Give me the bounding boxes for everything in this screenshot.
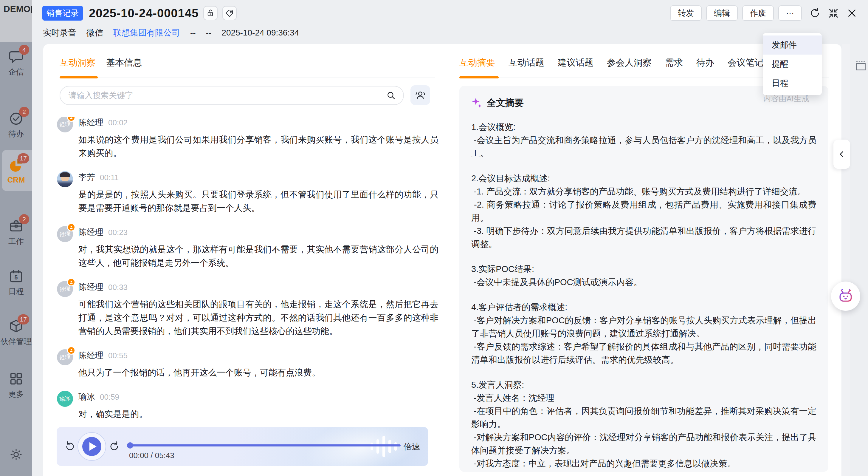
avatar: 经理 (57, 117, 73, 132)
svg-text:5: 5 (14, 274, 18, 281)
message-text: 可能我们这个营销的这些相关团队的跟项目有关的，他走报销，走这个系统是，然后把它再… (79, 298, 438, 338)
summary-line: 4.客户评估者的需求概述: (471, 301, 816, 314)
summary-line (471, 366, 816, 378)
collapse-button[interactable] (828, 8, 839, 19)
speaker-filter-button[interactable] (410, 85, 430, 105)
void-button[interactable]: 作废 (742, 5, 774, 21)
sidebar-item-schedule[interactable]: 5 日程 (0, 268, 32, 297)
refresh-button[interactable] (810, 8, 820, 19)
avatar: 瑜冰 (57, 391, 73, 407)
chat-bubble-icon: 4 (8, 49, 24, 64)
insight-tab[interactable]: 待办 (696, 57, 714, 69)
summary-line: -对我方态度：中立，表现出对产品的兴趣但需要更多信息以做决策。 (471, 457, 816, 470)
summary-title: 全文摘要 (487, 97, 524, 109)
company-link[interactable]: 联想集团有限公司 (113, 27, 180, 38)
playback-speed-button[interactable]: 倍速 (404, 441, 420, 452)
close-button[interactable] (846, 8, 857, 19)
grid-icon (8, 371, 24, 387)
tab-interaction-insight[interactable]: 互动洞察 (60, 57, 95, 69)
settings-gear-button[interactable] (0, 448, 32, 462)
badge: 17 (18, 153, 29, 163)
message-timestamp[interactable]: 00:59 (100, 392, 119, 402)
message-timestamp[interactable]: 00:02 (108, 118, 128, 127)
unlock-button[interactable] (203, 6, 218, 20)
speaker-name: 李芳 (79, 172, 95, 183)
detail-header: 销售记录 2025-10-24-000145 转发 编辑 作废 ··· (42, 5, 857, 22)
search-input[interactable]: 请输入搜索关键字 (60, 86, 404, 105)
ai-assistant-button[interactable] (831, 281, 860, 311)
sidebar-item-partner[interactable]: 17 伙伴管理 (0, 319, 32, 347)
insight-tab[interactable]: 互动摘要 (459, 57, 495, 69)
insight-tabs: 互动摘要互动话题建议话题参会人洞察需求待办会议笔记业务情报 (459, 57, 812, 69)
message-text: 是的是是的，按照人头来购买。只要我们登录系统，但不管我们使用了里面什么样的功能，… (79, 188, 438, 215)
active-tab-underline (459, 76, 499, 79)
audio-player: 00:00 / 05:43 倍速 (57, 427, 428, 466)
summary-line: -3. 明确下步待办：双方同意后续由我方提供功能清单和出版报价，客户方将根据需求… (471, 224, 816, 250)
forward-icon[interactable] (108, 441, 120, 452)
message-timestamp[interactable]: 00:55 (108, 351, 128, 360)
ai-generated-watermark: 内容由AI生成 (763, 94, 809, 104)
message-timestamp[interactable]: 00:23 (108, 228, 128, 237)
search-placeholder: 请输入搜索关键字 (68, 90, 386, 101)
avatar (57, 171, 73, 187)
tab-basic-info[interactable]: 基本信息 (106, 57, 142, 69)
message-timestamp[interactable]: 00:33 (108, 283, 128, 292)
insight-tab[interactable]: 参会人洞察 (607, 57, 652, 69)
summary-line: -会议中未提及具体的POC测试或演示内容。 (471, 275, 816, 289)
speaker-name: 陈经理 (79, 117, 103, 128)
insight-tab[interactable]: 需求 (665, 57, 683, 69)
more-actions-dropdown: 发邮件提醒日程 (763, 33, 822, 95)
replay-icon[interactable] (64, 441, 76, 452)
message-text: 如果说的这个费用是我们公司如果用我们分享销客，我们来购买账号，我们这个账号是按人… (79, 133, 438, 160)
message-text: 对，确实是是的。 (79, 408, 438, 421)
speaker-name: 瑜冰 (79, 391, 95, 403)
record-datetime: 2025-10-24 09:36:34 (221, 28, 299, 37)
sidebar-item-more[interactable]: 更多 (0, 371, 32, 399)
meta-dash-2: -- (206, 28, 212, 37)
summary-line: -客户对解决方案和POC的反馈：客户对分享销客的账号按人头购买方式表示理解，但提… (471, 314, 816, 340)
summary-line (471, 250, 816, 263)
sidebar-item-label: 伙伴管理 (1, 336, 32, 347)
speaker-name: 陈经理 (79, 350, 103, 361)
progress-thumb[interactable] (127, 442, 133, 449)
transcript-message: 经理陈经理00:02如果说的这个费用是我们公司如果用我们分享销客，我们来购买账号… (57, 117, 438, 160)
dropdown-item-提醒[interactable]: 提醒 (763, 55, 822, 74)
speaker-name: 陈经理 (79, 227, 103, 238)
sidebar-item-label: 待办 (8, 129, 24, 139)
transcript-message: 李芳00:11是的是是的，按照人头来购买。只要我们登录系统，但不管我们使用了里面… (57, 172, 438, 215)
briefcase-icon: 2 (8, 218, 24, 234)
dropdown-item-日程[interactable]: 日程 (763, 74, 822, 93)
progress-bar[interactable] (129, 444, 401, 446)
sidebar-item-qixin[interactable]: 4 企信 (0, 49, 32, 77)
sidebar-item-work[interactable]: 2 工作 (0, 218, 32, 247)
forward-button[interactable]: 转发 (670, 5, 702, 21)
summary-line: -发言人姓名：沈经理 (471, 391, 816, 405)
more-actions-button[interactable]: ··· (778, 5, 802, 21)
insight-tab[interactable]: 互动话题 (508, 57, 544, 69)
tag-button[interactable] (222, 6, 237, 20)
sidebar-item-todo[interactable]: 2 待办 (0, 111, 32, 139)
summary-line: -发言人姓名：高工 (471, 470, 816, 472)
edit-button[interactable]: 编辑 (706, 5, 738, 21)
sidebar-item-label: CRM (7, 175, 25, 185)
dropdown-item-发邮件[interactable]: 发邮件 (763, 35, 822, 55)
insight-tab[interactable]: 会议笔记 (727, 57, 764, 69)
robot-icon (837, 288, 854, 305)
search-icon[interactable] (386, 90, 396, 100)
calendar-icon: 5 (8, 268, 24, 284)
content-card: 互动洞察 基本信息 请输入搜索关键字 经理陈经理00:02如果说的这个费用是我们… (43, 44, 841, 476)
transcript-message-list[interactable]: 经理陈经理00:02如果说的这个费用是我们公司如果用我们分享销客，我们来购买账号… (57, 117, 438, 426)
insight-tab[interactable]: 建议话题 (558, 57, 593, 69)
sidebar-item-crm[interactable]: 17 CRM (0, 157, 32, 185)
expand-panel-handle[interactable] (833, 140, 850, 169)
play-button[interactable] (78, 432, 106, 461)
panel-window-icon[interactable] (855, 60, 867, 71)
speaker-name: 陈经理 (79, 281, 103, 293)
background-app-title: DEMO内 (4, 3, 32, 15)
collapse-icon (828, 8, 839, 19)
people-icon (414, 89, 426, 101)
insight-panel: 互动摘要互动话题建议话题参会人洞察需求待办会议笔记业务情报 内容由AI生成 全文… (447, 44, 835, 476)
message-text: 对，我其实想说的就是这个，那这样有可能是我们不需要，其实他不需要营销这部分人公司… (79, 243, 438, 270)
transcript-message: 经理陈经理00:55他只为了一个报销的话，他再开这么一个账号，可能有点浪费。 (57, 350, 438, 379)
message-timestamp[interactable]: 00:11 (100, 173, 119, 182)
